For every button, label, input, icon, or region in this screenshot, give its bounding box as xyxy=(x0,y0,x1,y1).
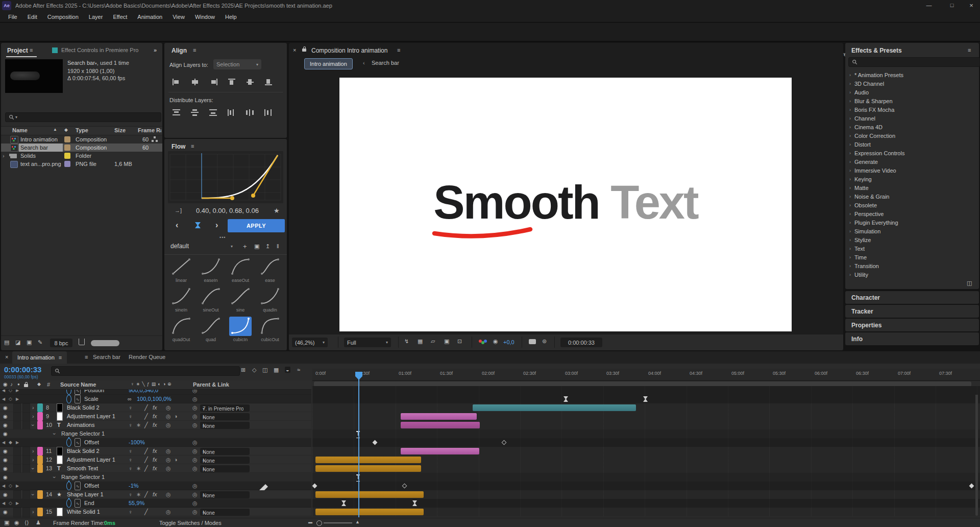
exposure-icon[interactable]: ◉ xyxy=(493,338,498,345)
preset-group-dropdown[interactable]: default xyxy=(170,243,189,250)
time-ruler[interactable]: 0:00f 00:30f 01:00f 01:30f 02:00f 02:30f… xyxy=(312,369,980,381)
flow-more-icon[interactable]: ••• xyxy=(219,235,226,240)
distribute-right-icon[interactable] xyxy=(264,109,272,116)
layer-duration-bar[interactable] xyxy=(315,465,421,472)
minimize-button[interactable]: — xyxy=(919,2,939,8)
snapshot-camera-icon[interactable] xyxy=(529,339,536,344)
preset-sine[interactable]: sine xyxy=(228,287,253,314)
info-panel-header[interactable]: Info xyxy=(845,332,979,345)
trash-icon[interactable] xyxy=(79,339,85,345)
keyframe-icon-hollow[interactable] xyxy=(402,484,407,489)
parent-dropdown[interactable]: None▾ xyxy=(200,457,250,464)
keyframe-icon[interactable] xyxy=(969,484,974,489)
flow-input-icon[interactable]: →] xyxy=(175,207,182,213)
category-noise-grain[interactable]: ›Noise & Grain xyxy=(845,192,979,201)
fx-switch-icon[interactable]: fx xyxy=(153,490,157,499)
flow-curve-editor[interactable] xyxy=(168,151,283,203)
exposure-value[interactable]: +0,0 xyxy=(503,339,514,345)
preset-quadIn[interactable]: quadIn xyxy=(257,287,283,314)
property-name[interactable]: Offset xyxy=(84,438,99,447)
quality-switch-icon[interactable]: ♀ xyxy=(129,403,133,412)
lock-icon[interactable] xyxy=(302,49,306,52)
easy-ease-keyframe[interactable] xyxy=(341,500,346,506)
stopwatch-icon[interactable] xyxy=(66,395,71,403)
menu-edit[interactable]: Edit xyxy=(22,14,42,20)
quality-diag-icon[interactable]: ╱ xyxy=(144,456,148,464)
layer-name[interactable]: Black Solid 2 xyxy=(67,447,100,456)
collapse-switch-icon[interactable]: ∗ xyxy=(136,421,141,429)
preset-linear[interactable]: linear xyxy=(168,257,194,284)
property-row-scale[interactable]: ◀◇▶ ∿ Scale ∞ 100,0,100,0% ◎ xyxy=(0,395,980,403)
comp-tab-close-icon[interactable]: × xyxy=(293,47,296,53)
layer-label-color[interactable] xyxy=(37,508,43,516)
easy-ease-keyframe[interactable] xyxy=(564,396,568,402)
property-row-offset-1[interactable]: ◀◆▶ ∿ Offset -100% ◎ xyxy=(0,438,980,447)
category-matte[interactable]: ›Matte xyxy=(845,183,979,192)
expand-transfer-controls-icon[interactable]: ⟨⟩ xyxy=(24,519,29,526)
fx-switch-icon[interactable]: fx xyxy=(153,421,157,429)
category-color-correction[interactable]: ›Color Correction xyxy=(845,131,979,140)
timeline-zoom-slider-knob[interactable] xyxy=(316,520,322,526)
bit-depth-button[interactable]: 8 bpc xyxy=(50,339,72,347)
distribute-bottom-icon[interactable] xyxy=(209,109,217,116)
keyframe-icon-hollow[interactable] xyxy=(502,440,507,445)
preset-easeOut[interactable]: easeOut xyxy=(228,257,253,284)
quality-diag-icon[interactable]: ╱ xyxy=(144,508,148,516)
layer-name[interactable]: Black Solid 2 xyxy=(67,403,100,412)
category-obsolete[interactable]: ›Obsolete xyxy=(845,201,979,209)
category-keying[interactable]: ›Keying xyxy=(845,175,979,183)
pick-whip-icon[interactable]: ◎ xyxy=(192,456,198,464)
layer-name[interactable]: Shape Layer 1 xyxy=(67,490,104,499)
properties-panel-header[interactable]: Properties xyxy=(845,319,979,331)
apply-button[interactable]: APPLY xyxy=(228,219,285,232)
zoom-in-mountain-icon[interactable]: ▲ xyxy=(355,519,360,524)
export-preset-icon[interactable]: ↥ xyxy=(265,243,270,250)
quality-switch-icon[interactable]: ♀ xyxy=(129,421,133,429)
pick-whip-icon[interactable]: ◎ xyxy=(192,447,198,456)
category-time[interactable]: ›Time xyxy=(845,253,979,261)
layer-label-color[interactable] xyxy=(37,412,43,421)
category-text[interactable]: ›Text xyxy=(845,244,979,253)
quality-switch-icon[interactable]: ♀ xyxy=(129,456,133,464)
expander-icon-open[interactable]: › xyxy=(29,468,37,470)
property-value[interactable]: -1% xyxy=(129,482,139,490)
layer-visibility-icon[interactable]: ◉ xyxy=(3,508,8,516)
category-utility[interactable]: ›Utility xyxy=(845,270,979,279)
effects-switch-icon[interactable]: ◎ xyxy=(166,490,171,499)
expander-icon[interactable]: › xyxy=(32,456,34,464)
project-row-png-file[interactable]: text an...pro.png PNG file 1,6 MB xyxy=(1,160,162,168)
toggle-switches-modes-button[interactable]: Toggle Switches / Modes xyxy=(159,520,222,526)
quality-switch-icon[interactable]: ♀ xyxy=(129,447,133,456)
align-right-icon[interactable] xyxy=(209,79,218,85)
label-color-swatch[interactable] xyxy=(64,161,70,167)
timeline-tab-close-icon[interactable]: × xyxy=(5,354,8,360)
layer-row-9-adjustment-layer-1[interactable]: ◉ › 9 Adjustment Layer 1 ♀ ╱ fx ◎ ◑ ◎ No… xyxy=(0,412,980,421)
group-name[interactable]: Range Selector 1 xyxy=(61,429,105,438)
property-visibility-icon[interactable]: ◉ xyxy=(3,429,8,438)
preset-easeIn[interactable]: easeIn xyxy=(198,257,224,284)
align-target-dropdown[interactable]: Selection▾ xyxy=(213,59,261,69)
stopwatch-icon[interactable] xyxy=(66,482,71,490)
menu-animation[interactable]: Animation xyxy=(132,14,167,20)
quality-switch-icon[interactable]: ♀ xyxy=(129,508,133,516)
property-value[interactable]: -100% xyxy=(129,438,145,447)
current-time-indicator-line[interactable] xyxy=(358,376,359,517)
tab-search-bar[interactable]: Search bar xyxy=(93,354,120,360)
align-left-icon[interactable] xyxy=(173,79,181,85)
breadcrumb-previous[interactable]: Search bar xyxy=(372,60,399,66)
flow-easing-icon[interactable] xyxy=(195,222,201,228)
layer-duration-bar[interactable] xyxy=(401,413,477,420)
parent-dropdown[interactable]: None▾ xyxy=(200,413,250,420)
tab-flow[interactable]: Flow xyxy=(172,143,185,150)
pick-whip-icon[interactable]: ◎ xyxy=(192,403,198,412)
adjustment-layer-icon[interactable]: ◑ xyxy=(174,456,178,464)
menu-window[interactable]: Window xyxy=(190,14,220,20)
parent-link-column[interactable]: Parent & Link xyxy=(193,381,229,388)
expander-icon-open[interactable]: › xyxy=(29,424,37,426)
category-simulation[interactable]: ›Simulation xyxy=(845,227,979,235)
category-immersive-video[interactable]: ›Immersive Video xyxy=(845,166,979,175)
quality-diag-icon[interactable]: ╱ xyxy=(144,447,148,456)
add-preset-icon[interactable]: + xyxy=(243,243,247,250)
sort-ascending-icon[interactable]: ▲ xyxy=(53,127,57,132)
effects-switch-icon[interactable]: ◎ xyxy=(166,464,171,473)
